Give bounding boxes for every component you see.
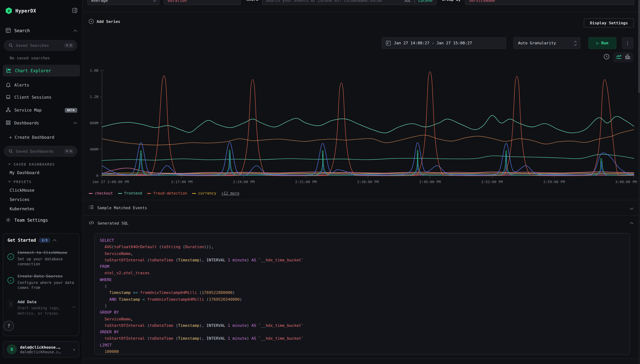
chevron-down-icon — [630, 206, 633, 210]
legend-dash-icon — [89, 193, 93, 194]
dashboards-icon — [6, 120, 11, 126]
legend-dash-icon — [118, 193, 122, 194]
sql-line: ) — [100, 303, 624, 310]
sidebar-item-service-map[interactable]: Service Map BETA — [0, 106, 82, 114]
sql-line: SELECT — [100, 238, 624, 244]
service-map-icon — [6, 107, 11, 113]
bell-icon — [6, 82, 11, 88]
task-title: Add Data — [18, 300, 37, 304]
task-desc: Configure where your data comes from — [18, 280, 75, 290]
sidebar-item-label: Team Settings — [14, 218, 48, 223]
sidebar-item-label: Client Sessions — [14, 95, 52, 100]
chevron-up-icon[interactable] — [74, 122, 77, 125]
legend-label: fraud-detection — [153, 191, 187, 195]
legend-item[interactable]: checkout — [89, 191, 113, 195]
sample-events-section[interactable]: Sample Matched Events — [83, 200, 640, 215]
sidebar-item-alerts[interactable]: Alerts — [0, 81, 82, 90]
legend-label: checkout — [95, 191, 113, 195]
timeseries-chart[interactable]: 0400M800M1.2B1.6BJan 27 2:08:00 PM2:17:0… — [83, 0, 640, 200]
divider — [83, 359, 640, 359]
sidebar-item-search[interactable]: Search — [0, 26, 82, 35]
profile-name: dale@clickhouse.… — [20, 345, 61, 350]
generated-sql-section[interactable]: Generated SQL — [83, 215, 640, 231]
legend-label: currency — [198, 191, 216, 195]
task-title: Create Data Sources — [18, 274, 63, 278]
sidebar-item-label: Search — [14, 28, 30, 33]
no-saved-searches-text: No saved searches — [0, 54, 82, 62]
sidebar-item-team-settings[interactable]: Team Settings — [0, 216, 82, 224]
search-icon — [9, 42, 13, 49]
chart-legend: checkoutfrontendfraud-detectioncurrency+… — [89, 191, 239, 195]
sidebar-item-dashboards[interactable]: Dashboards — [0, 119, 82, 127]
get-started-title: Get Started — [8, 238, 36, 243]
help-button[interactable]: ? — [4, 321, 14, 331]
chevron-down-icon — [8, 162, 11, 165]
y-axis-label: 800M — [90, 121, 98, 125]
generated-sql-code[interactable]: SELECT AVG(toFloat64OrDefault (toString … — [95, 233, 630, 355]
check-circle-icon: ✓ — [8, 277, 14, 284]
scrollbar-thumb[interactable] — [638, 0, 640, 93]
list-icon — [89, 205, 94, 210]
search-icon — [9, 148, 13, 155]
legend-item[interactable]: currency — [192, 191, 216, 195]
section-title: Generated SQL — [98, 221, 129, 226]
sidebar-collapse-icon[interactable] — [72, 8, 77, 14]
legend-label: frontend — [124, 191, 142, 195]
legend-item[interactable]: frontend — [118, 191, 142, 195]
series-orange-brown — [102, 130, 634, 145]
x-axis-label: 2:17:00 PM — [171, 180, 193, 184]
sidebar-item-my-dashboard[interactable]: My Dashboard — [0, 169, 82, 177]
main-content: Average Duration Where Search your event… — [83, 0, 640, 364]
x-axis-label: 2:59:00 PM — [543, 180, 565, 184]
y-axis-label: 1.6B — [90, 68, 98, 72]
saved-dashboards-input[interactable]: Saved Dashboards ⌘ K — [4, 146, 77, 156]
get-started-item-add-data[interactable]: 3 Add Data Start sending logs, metrics, … — [8, 298, 75, 316]
saved-dashboards-header[interactable]: SAVED DASHBOARDS — [0, 160, 82, 168]
series-green-spike — [102, 150, 634, 176]
get-started-item-sources[interactable]: ✓ Create Data Sources Configure where yo… — [8, 272, 75, 290]
plus-icon: + — [9, 135, 12, 140]
legend-dash-icon — [147, 193, 151, 194]
presets-header[interactable]: PRESETS — [0, 178, 82, 185]
sidebar-item-kubernetes[interactable]: Kubernetes — [0, 205, 82, 213]
laptop-icon — [6, 94, 11, 100]
check-circle-icon: ✓ — [8, 254, 14, 260]
legend-dash-icon — [192, 193, 196, 194]
x-axis-label: Jan 27 2:08:00 PM — [92, 180, 129, 184]
chart-explorer-icon — [6, 68, 12, 74]
sql-line: Timestamp >= fromUnixTimestamp64Milli (1… — [100, 290, 624, 296]
y-axis-label: 0 — [96, 174, 98, 178]
x-axis-label: 2:38:00 PM — [357, 180, 379, 184]
sql-line: WHERE — [100, 277, 624, 283]
shortcut-badge: ⌘ K — [64, 43, 74, 48]
sql-line: ORDER BY — [100, 329, 624, 336]
chevron-up-icon[interactable] — [53, 239, 56, 242]
get-started-progress-badge: 2/3 — [39, 238, 51, 243]
arrow-right-icon: → — [72, 304, 75, 309]
series-frontend — [102, 116, 634, 133]
beta-badge: BETA — [65, 108, 77, 112]
sidebar-item-services[interactable]: Services — [0, 196, 82, 204]
sidebar-item-label: Chart Explorer — [15, 68, 51, 73]
create-dashboard-button[interactable]: + Create Dashboard — [0, 133, 82, 142]
sql-line: AND Timestamp < fromUnixTimestamp64Milli… — [100, 296, 624, 303]
x-axis-label: 2:24:00 PM — [233, 180, 255, 184]
task-title: Connect to ClickHouse — [18, 250, 67, 255]
sidebar-item-chart-explorer[interactable]: Chart Explorer — [3, 65, 80, 76]
hyperdx-logo-icon — [6, 7, 12, 14]
sql-line: toStartOfInterval (toDateTime (Timestamp… — [100, 257, 624, 264]
legend-more-link[interactable]: +12 more — [221, 191, 239, 195]
sidebar-item-clickhouse[interactable]: ClickHouse — [0, 186, 82, 194]
scrollbar[interactable] — [638, 0, 640, 364]
get-started-item-connect[interactable]: ✓ Connect to ClickHouse Set up your data… — [8, 248, 75, 266]
legend-item[interactable]: fraud-detection — [147, 191, 187, 195]
sidebar-item-client-sessions[interactable]: Client Sessions — [0, 93, 82, 102]
shortcut-badge: ⌘ K — [64, 149, 74, 154]
sql-line: otel_v2.otel_traces — [100, 270, 624, 277]
chevron-up-icon[interactable] — [74, 30, 77, 33]
sql-line: ( — [100, 283, 624, 290]
saved-searches-input[interactable]: Saved Searches ⌘ K — [4, 40, 77, 51]
code-icon — [89, 220, 94, 226]
profile-card[interactable]: D dale@clickhouse.… dale@clickhouse.c… › — [3, 341, 80, 358]
create-dashboard-label: Create Dashboard — [15, 135, 54, 140]
